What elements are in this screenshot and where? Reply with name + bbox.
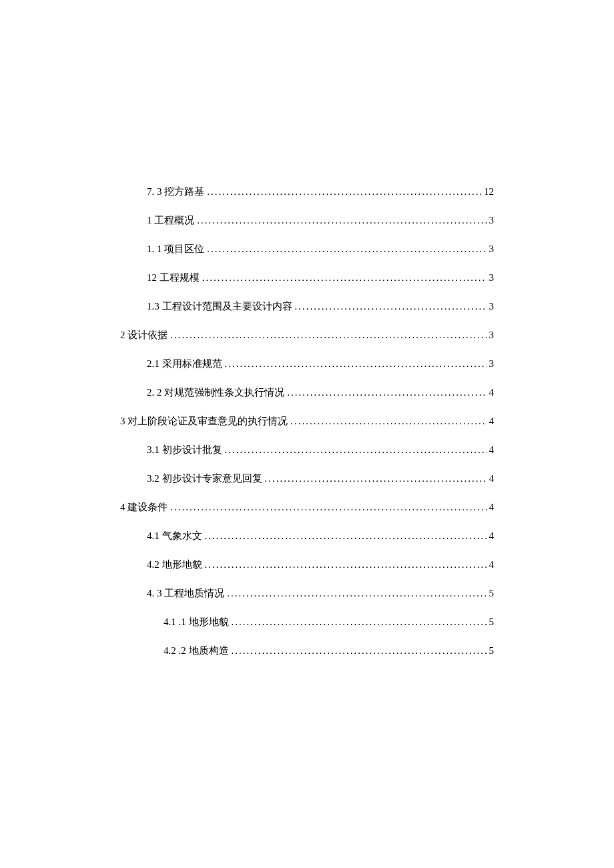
toc-label: 3.1 初步设计批复 (147, 444, 222, 456)
toc-entry: 4 建设条件4 (120, 501, 494, 514)
toc-label: 2 设计依据 (120, 329, 168, 342)
toc-leader (265, 473, 487, 484)
toc-leader (290, 416, 486, 427)
toc-page-number: 5 (489, 588, 495, 599)
toc-leader (295, 301, 487, 312)
toc-label: 1.3 工程设计范围及主要设计内容 (147, 300, 292, 313)
toc-label: 2. 2 对规范强制性条文执行情况 (147, 386, 284, 399)
toc-leader (287, 387, 486, 398)
table-of-contents: 7. 3 挖方路基121 工程概况31. 1 项目区位312 工程规模31.3 … (120, 185, 494, 657)
toc-leader (202, 272, 487, 284)
toc-page-number: 3 (489, 330, 495, 341)
toc-page-number: 4 (489, 444, 495, 456)
toc-leader (225, 358, 487, 370)
toc-page-number: 3 (489, 301, 495, 312)
toc-leader (227, 588, 486, 599)
toc-label: 12 工程规模 (147, 272, 200, 284)
toc-label: 1. 1 项目区位 (147, 243, 204, 256)
toc-label: 4 建设条件 (120, 501, 168, 514)
toc-entry: 4.1 .1 地形地貌5 (120, 616, 494, 628)
toc-entry: 4.2 .2 地质构造5 (120, 644, 494, 657)
toc-page-number: 5 (489, 645, 495, 657)
toc-entry: 3 对上阶段论证及审查意见的执行情况4 (120, 415, 494, 428)
toc-entry: 12 工程规模3 (120, 272, 494, 284)
toc-entry: 1. 1 项目区位3 (120, 243, 494, 256)
toc-label: 4.1 .1 地形地貌 (164, 616, 229, 628)
toc-page-number: 12 (484, 186, 494, 197)
toc-label: 4.2 .2 地质构造 (164, 644, 229, 657)
toc-entry: 3.1 初步设计批复4 (120, 444, 494, 456)
toc-label: 4.2 地形地貌 (147, 558, 202, 571)
toc-leader (207, 244, 486, 255)
toc-page-number: 3 (489, 244, 495, 255)
toc-label: 2.1 采用标准规范 (147, 358, 222, 370)
toc-page-number: 4 (489, 530, 495, 542)
toc-leader (232, 616, 487, 628)
toc-leader (225, 444, 487, 456)
toc-entry: 2 设计依据3 (120, 329, 494, 342)
toc-entry: 1 工程概况3 (120, 214, 494, 227)
toc-page-number: 4 (489, 416, 495, 427)
toc-entry: 1.3 工程设计范围及主要设计内容3 (120, 300, 494, 313)
toc-label: 3 对上阶段论证及审查意见的执行情况 (120, 415, 288, 428)
toc-entry: 4.2 地形地貌4 (120, 558, 494, 571)
toc-entry: 3.2 初步设计专家意见回复4 (120, 472, 494, 485)
toc-label: 1 工程概况 (147, 214, 194, 227)
toc-entry: 2.1 采用标准规范3 (120, 358, 494, 370)
toc-entry: 2. 2 对规范强制性条文执行情况4 (120, 386, 494, 399)
toc-leader (232, 645, 487, 657)
toc-leader (170, 330, 486, 341)
toc-leader (197, 215, 486, 226)
toc-page-number: 4 (489, 559, 495, 570)
toc-page-number: 3 (489, 358, 495, 370)
toc-leader (205, 559, 487, 570)
toc-leader (170, 502, 486, 513)
toc-page-number: 3 (489, 215, 495, 226)
toc-label: 4.1 气象水文 (147, 530, 202, 542)
toc-page-number: 4 (489, 502, 495, 513)
toc-page-number: 5 (489, 616, 495, 628)
toc-page-number: 4 (489, 387, 495, 398)
toc-entry: 4. 3 工程地质情况5 (120, 587, 494, 600)
toc-label: 7. 3 挖方路基 (147, 185, 204, 198)
toc-entry: 4.1 气象水文4 (120, 530, 494, 542)
toc-label: 3.2 初步设计专家意见回复 (147, 472, 262, 485)
toc-leader (205, 530, 487, 542)
toc-entry: 7. 3 挖方路基12 (120, 185, 494, 198)
toc-label: 4. 3 工程地质情况 (147, 587, 224, 600)
toc-page-number: 4 (489, 473, 495, 484)
toc-page-number: 3 (489, 272, 495, 284)
toc-leader (207, 186, 481, 197)
